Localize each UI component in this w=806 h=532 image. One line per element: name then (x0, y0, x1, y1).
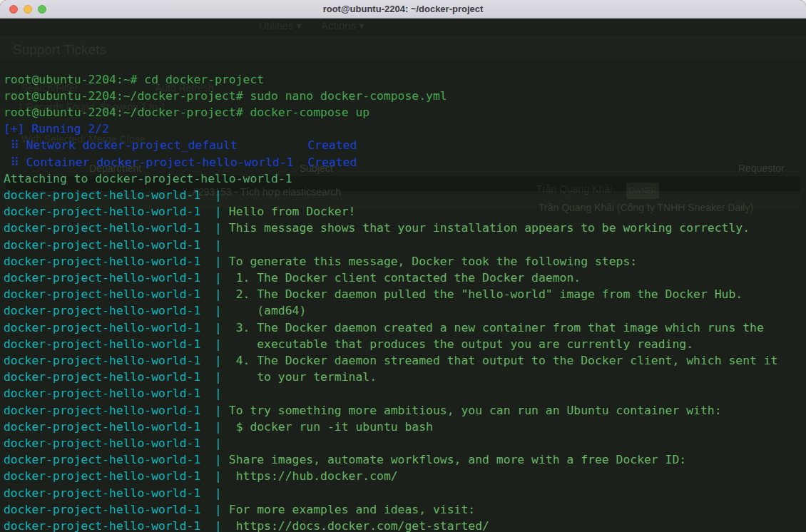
terminal-text: 1. The Docker client contacted the Docke… (229, 271, 581, 285)
terminal-screen: root@ubuntu-2204:~# cd docker-projectroo… (4, 71, 806, 532)
terminal-text: docker-project-hello-world-1 | (4, 337, 229, 351)
terminal-line: docker-project-hello-world-1 | Hello fro… (4, 203, 806, 220)
terminal[interactable]: Utilities ▾Actions ▾Support TicketsSearc… (0, 19, 806, 532)
terminal-text: executable that produces the output you … (229, 337, 693, 351)
terminal-line: docker-project-hello-world-1 | (4, 187, 806, 203)
terminal-line: docker-project-hello-world-1 | 1. The Do… (4, 270, 806, 286)
terminal-line: ⠿ Container docker-project-hello-world-1… (4, 154, 806, 170)
terminal-text: docker-project-hello-world-1 | (4, 255, 229, 268)
terminal-line: docker-project-hello-world-1 | (4, 485, 806, 501)
traffic-lights (9, 0, 46, 19)
terminal-text: docker-project-hello-world-1 | (4, 287, 229, 301)
terminal-text: ⠿ Container docker-project-hello-world-1… (4, 155, 357, 169)
terminal-text: docker-project-hello-world-1 | (4, 221, 229, 235)
terminal-line: docker-project-hello-world-1 | (amd64) (4, 302, 806, 319)
terminal-line: ⠿ Network docker-project_default Created (4, 137, 806, 153)
terminal-line: docker-project-hello-world-1 | 3. The Do… (4, 319, 806, 336)
terminal-line: docker-project-hello-world-1 | To try so… (4, 402, 806, 419)
terminal-line: root@ubuntu-2204:~/docker-project# sudo … (4, 88, 806, 104)
terminal-line: docker-project-hello-world-1 | to your t… (4, 369, 806, 385)
terminal-text: docker-project-hello-world-1 | (4, 436, 222, 450)
close-button[interactable] (9, 5, 18, 14)
terminal-line: [+] Running 2/2 (4, 121, 806, 137)
terminal-text: docker-project-hello-world-1 | (4, 387, 222, 400)
terminal-line: docker-project-hello-world-1 | (4, 237, 806, 253)
terminal-line: docker-project-hello-world-1 | 2. The Do… (4, 286, 806, 302)
terminal-text: This message shows that your installatio… (229, 221, 750, 235)
terminal-text: To try something more ambitious, you can… (229, 404, 722, 417)
ghost-text: Support Tickets (13, 41, 106, 58)
terminal-line: docker-project-hello-world-1 | (4, 435, 806, 451)
terminal-line: docker-project-hello-world-1 | This mess… (4, 220, 806, 236)
terminal-text: Attaching to docker-project-hello-world-… (4, 172, 292, 185)
terminal-text: To generate this message, Docker took th… (229, 255, 637, 268)
zoom-button[interactable] (38, 5, 46, 14)
window-title: root@ubuntu-2204: ~/docker-project (0, 4, 806, 14)
ghost-text: Utilities ▾ (259, 19, 302, 34)
terminal-text: https://docs.docker.com/get-started/ (229, 519, 489, 532)
terminal-text: docker-project-hello-world-1 | (4, 519, 229, 532)
terminal-text: docker-project-hello-world-1 | (4, 238, 222, 252)
terminal-line: docker-project-hello-world-1 | 4. The Do… (4, 352, 806, 369)
terminal-text: docker-project-hello-world-1 | (4, 188, 222, 202)
minimize-button[interactable] (24, 5, 32, 14)
terminal-text: to your terminal. (229, 370, 377, 384)
terminal-text: docker-project-hello-world-1 | (4, 404, 229, 417)
terminal-line: root@ubuntu-2204:~/docker-project# docke… (4, 104, 806, 121)
terminal-line: Attaching to docker-project-hello-world-… (4, 170, 806, 187)
terminal-text: docker-project-hello-world-1 | (4, 486, 222, 500)
terminal-line: docker-project-hello-world-1 | (4, 385, 806, 401)
terminal-text: root@ubuntu-2204:~# cd docker-project (4, 73, 264, 86)
ghost-band (0, 36, 806, 58)
terminal-text: Share images, automate workflows, and mo… (229, 453, 686, 466)
terminal-text: https://hub.docker.com/ (229, 469, 398, 483)
terminal-line: docker-project-hello-world-1 | Share ima… (4, 451, 806, 468)
terminal-text: docker-project-hello-world-1 | (4, 205, 229, 218)
terminal-text: [+] Running 2/2 (4, 122, 109, 135)
terminal-text: docker-project-hello-world-1 | (4, 354, 229, 367)
terminal-text: root@ubuntu-2204:~/docker-project# docke… (4, 106, 369, 119)
terminal-text: docker-project-hello-world-1 | (4, 321, 229, 334)
terminal-text: 4. The Docker daemon streamed that outpu… (229, 354, 778, 367)
ghost-text: Actions ▾ (321, 19, 364, 34)
terminal-text: docker-project-hello-world-1 | (4, 503, 229, 516)
terminal-line: docker-project-hello-world-1 | executabl… (4, 336, 806, 352)
terminal-text: docker-project-hello-world-1 | (4, 469, 229, 483)
terminal-line: root@ubuntu-2204:~# cd docker-project (4, 71, 806, 88)
terminal-text: docker-project-hello-world-1 | (4, 304, 229, 317)
terminal-line: docker-project-hello-world-1 | https://d… (4, 518, 806, 532)
terminal-text: For more examples and ideas, visit: (229, 503, 475, 516)
terminal-text: 2. The Docker daemon pulled the "hello-w… (229, 287, 743, 301)
terminal-line: docker-project-hello-world-1 | For more … (4, 501, 806, 518)
terminal-text: Hello from Docker! (229, 205, 356, 218)
terminal-line: docker-project-hello-world-1 | To genera… (4, 253, 806, 270)
terminal-text: 3. The Docker daemon created a new conta… (229, 321, 764, 334)
titlebar[interactable]: root@ubuntu-2204: ~/docker-project (0, 0, 806, 19)
terminal-text: docker-project-hello-world-1 | (4, 453, 229, 466)
terminal-window: root@ubuntu-2204: ~/docker-project Utili… (0, 0, 806, 532)
terminal-line: docker-project-hello-world-1 | https://h… (4, 468, 806, 484)
terminal-text: docker-project-hello-world-1 | (4, 370, 229, 384)
terminal-text: $ docker run -it ubuntu bash (229, 420, 433, 434)
terminal-text: docker-project-hello-world-1 | (4, 420, 229, 434)
terminal-text: docker-project-hello-world-1 | (4, 271, 229, 285)
terminal-text: root@ubuntu-2204:~/docker-project# sudo … (4, 89, 447, 103)
terminal-text: (amd64) (229, 304, 307, 317)
terminal-text: ⠿ Network docker-project_default Created (4, 138, 357, 152)
terminal-line: docker-project-hello-world-1 | $ docker … (4, 419, 806, 435)
